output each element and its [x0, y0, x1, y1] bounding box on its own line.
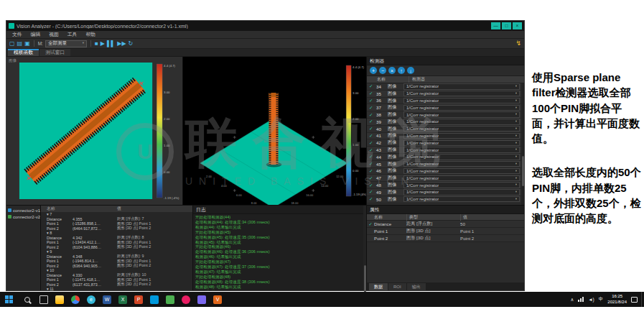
menu-item[interactable]: 编辑	[27, 31, 45, 38]
detector-row[interactable]: ✓ 41 图像 1/Corr registrator ▾	[367, 133, 524, 140]
media-player-icon[interactable]	[178, 292, 194, 307]
open-icon[interactable]: ▤	[17, 41, 23, 47]
detector-select[interactable]: 1/Corr registrator ▾	[403, 91, 520, 97]
clock[interactable]: 16:25 2021/8/24	[607, 294, 627, 304]
measure-select[interactable]: 全部测量 ▾	[45, 40, 87, 47]
row-check-icon[interactable]: ✓	[369, 83, 375, 89]
row-check-icon[interactable]: ✓	[369, 112, 375, 118]
tab-test-window[interactable]: 测试窗口	[39, 49, 70, 56]
detector-select[interactable]: 1/Corr registrator ▾	[403, 161, 520, 167]
row-check-icon[interactable]: ✓	[369, 175, 375, 181]
tray-expand-icon[interactable]: ∧	[570, 297, 574, 303]
maximize-button[interactable]: □	[502, 22, 511, 29]
row-check-icon[interactable]: ✓	[369, 161, 375, 167]
detector-select[interactable]: 1/Corr registrator ▾	[403, 119, 520, 125]
wechat-icon[interactable]	[162, 292, 178, 307]
show-desktop-button[interactable]	[641, 292, 644, 307]
word-icon[interactable]: W	[99, 292, 115, 307]
start-button[interactable]	[0, 292, 18, 307]
menu-item[interactable]: 帮助	[81, 31, 100, 38]
detector-select[interactable]: 1/Corr registrator ▾	[403, 182, 520, 188]
new-template-icon[interactable]: ▢	[9, 41, 15, 47]
row-check-icon[interactable]: ✓	[369, 189, 375, 195]
detector-row[interactable]: ✓ 44 图像 1/Corr registrator ▾	[367, 154, 524, 161]
vision-analyzer-icon[interactable]: V	[210, 292, 225, 307]
detector-select[interactable]: 1/Corr registrator ▾	[403, 147, 520, 153]
save-icon[interactable]: ▣	[24, 41, 30, 47]
minimize-button[interactable]: —	[491, 22, 500, 29]
property-row[interactable]: ✓ Distance 距离 [浮点数] 50	[367, 221, 524, 228]
row-check-icon[interactable]: ✓	[369, 133, 375, 139]
menu-item[interactable]: 视图	[45, 31, 63, 38]
close-button[interactable]: ×	[513, 22, 522, 29]
detector-select[interactable]: 1/Corr registrator ▾	[403, 140, 520, 147]
row-check-icon[interactable]: ✓	[369, 140, 375, 146]
detector-row[interactable]: ✓ 43 图像 1/Corr registrator ▾	[367, 147, 524, 154]
row-check-icon[interactable]: ✓	[367, 221, 374, 226]
row-check-icon[interactable]: ✓	[369, 91, 375, 96]
tab-output[interactable]: 输出	[407, 283, 426, 290]
notepad-icon[interactable]	[194, 292, 210, 307]
clear-detectors-button[interactable]: ×	[388, 67, 396, 74]
row-check-icon[interactable]: ✓	[369, 126, 375, 132]
detector-select[interactable]: 1/Corr registrator ▾	[403, 83, 520, 90]
tab-data[interactable]: 数据	[369, 283, 388, 290]
tab-template[interactable]: 模板函数	[8, 49, 39, 56]
detector-select[interactable]: 1/Corr registrator ▾	[403, 98, 520, 104]
detector-select[interactable]: 1/Corr registrator ▾	[403, 168, 520, 175]
row-check-icon[interactable]: ✓	[369, 196, 375, 202]
detector-row[interactable]: ✓ 50 图像 1/Corr registrator ▾	[367, 196, 524, 203]
loop-icon[interactable]: ↻	[129, 41, 134, 47]
view-3d-canvas[interactable]: 2.00 4.00 6.00 8.00 12.00 14.00 16.00 18…	[183, 57, 366, 205]
vscode-icon[interactable]	[146, 292, 162, 307]
detector-select[interactable]: 1/Corr registrator ▾	[403, 111, 520, 118]
run-bolt-icon[interactable]: ↯	[515, 40, 521, 47]
detector-select[interactable]: 1/Corr registrator ▾	[403, 105, 520, 111]
row-check-icon[interactable]: ✓	[369, 154, 375, 160]
view-2d-canvas[interactable]: 4.4 (4.7) 3.00 2.00 1.00 0.00 -1.19 (-4%…	[6, 57, 182, 205]
tab-roi[interactable]: ROI	[388, 283, 406, 290]
detector-select[interactable]: 1/Corr registrator ▾	[403, 133, 520, 139]
excel-icon[interactable]: X	[115, 292, 131, 307]
volume-icon[interactable]: ◄)	[588, 297, 594, 302]
row-check-icon[interactable]: ✓	[369, 105, 375, 111]
network-icon[interactable]	[578, 297, 584, 302]
row-check-icon[interactable]: ✓	[369, 168, 375, 174]
detector-select[interactable]: 1/Corr registrator ▾	[403, 154, 520, 160]
move-up-button[interactable]: ↑	[398, 67, 405, 74]
task-view-icon[interactable]	[36, 292, 52, 307]
row-check-icon[interactable]: ✓	[369, 183, 375, 188]
stop-icon[interactable]: ■	[95, 41, 98, 47]
detector-select[interactable]: 1/Corr registrator ▾	[403, 196, 520, 203]
detector-select[interactable]: 1/Corr registrator ▾	[403, 126, 520, 132]
detector-row[interactable]: ✓ 36 图像 1/Corr registrator ▾	[367, 98, 524, 105]
search-button[interactable]	[18, 292, 36, 307]
row-check-icon[interactable]: ✓	[369, 98, 375, 104]
tree-item[interactable]: connector2-v2-1	[6, 213, 40, 220]
detector-scrollbar[interactable]	[521, 83, 524, 205]
detector-select[interactable]: 1/Corr registrator ▾	[403, 189, 520, 196]
detector-row[interactable]: ✓ 37 图像 1/Corr registrator ▾	[367, 104, 524, 111]
file-explorer-icon[interactable]	[52, 292, 67, 307]
detector-row[interactable]: ✓ 38 图像 1/Corr registrator ▾	[367, 111, 524, 119]
detector-row[interactable]: ✓ 39 图像 1/Corr registrator ▾	[367, 119, 524, 126]
detector-row[interactable]: ✓ 46 图像 1/Corr registrator ▾	[367, 168, 524, 175]
detector-row[interactable]: ✓ 40 图像 1/Corr registrator ▾	[367, 126, 524, 133]
detector-row[interactable]: ✓ 48 图像 1/Corr registrator ▾	[367, 182, 524, 189]
add-detector-button[interactable]: +	[370, 67, 377, 74]
log-scrollbar[interactable]	[363, 206, 366, 290]
ime-indicator[interactable]: 中	[599, 296, 604, 303]
property-row[interactable]: Point 2 图形 [3D 点] Point 2	[367, 235, 524, 242]
result-row[interactable]: Point 2 (6464.917,872… 图形 [3D 点] Point 2	[41, 226, 192, 231]
play-icon[interactable]: ▶	[101, 41, 105, 47]
result-row[interactable]: Point 2 (6137.431,873… 图形 [3D 点] Point 2	[41, 282, 192, 288]
edge-icon[interactable]: e	[83, 292, 99, 307]
step-icon[interactable]: ▶▶	[117, 41, 126, 47]
detector-row[interactable]: ✓ 45 图像 1/Corr registrator ▾	[367, 161, 524, 168]
log-output[interactable]: 开始处理检测器(44)处理检测器(44): 处理速度:34 (306 msecs…	[193, 214, 366, 290]
menu-item[interactable]: 工具	[63, 31, 82, 38]
remove-detector-button[interactable]: −	[379, 67, 386, 74]
chrome-icon[interactable]	[67, 292, 83, 307]
detector-select[interactable]: 1/Corr registrator ▾	[403, 175, 520, 182]
detector-row[interactable]: ✓ 42 图像 1/Corr registrator ▾	[367, 139, 524, 147]
